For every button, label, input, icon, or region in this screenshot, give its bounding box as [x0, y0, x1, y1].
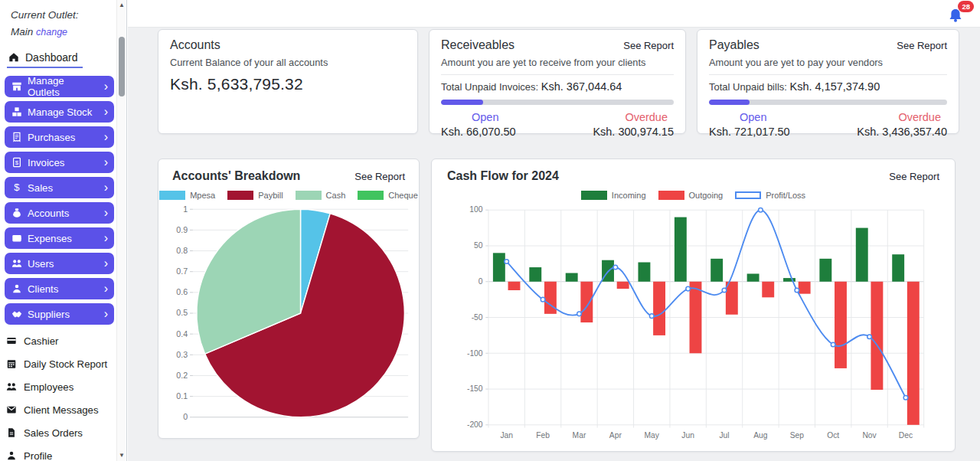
scroll-up-arrow[interactable]: ▲: [117, 0, 126, 11]
sidebar-item-sales-orders[interactable]: Sales Orders: [6, 421, 114, 444]
scroll-down-arrow[interactable]: ▼: [117, 450, 126, 461]
chevron-right-icon: ›: [104, 131, 108, 143]
svg-text:Oct: Oct: [827, 431, 839, 440]
receivables-card-title: Receiveables: [441, 38, 514, 52]
sidebar: Current Outlet: Main change Dashboard Ma…: [0, 0, 127, 461]
sidebar-item-client-messages[interactable]: Client Messages: [6, 398, 114, 421]
dashboard-content: Accounts Current Balance of your all acc…: [128, 28, 980, 452]
sidebar-item-profile[interactable]: Profile: [6, 444, 114, 461]
svg-text:Sep: Sep: [790, 431, 805, 440]
svg-text:-100: -100: [467, 349, 483, 358]
legend-item-profit-loss[interactable]: Profit/Loss: [735, 191, 805, 200]
home-icon: [8, 52, 20, 64]
sidebar-item-employees[interactable]: Employees: [6, 375, 114, 398]
person-icon: [6, 450, 18, 461]
legend-label: Outgoing: [689, 191, 724, 200]
outlet-name: Main: [11, 26, 33, 38]
legend-item-cash[interactable]: Cash: [296, 191, 346, 200]
sidebar-item-label: Client Messages: [24, 404, 98, 416]
receivables-overdue-value: Ksh. 300,974.15: [593, 126, 674, 138]
sidebar-item-label: Manage Outlets: [28, 75, 99, 98]
sidebar-item-invoices[interactable]: $ Invoices ›: [5, 152, 114, 173]
breakdown-see-report-link[interactable]: See Report: [354, 171, 405, 182]
svg-text:0: 0: [479, 277, 483, 286]
payables-total-value: Ksh. 4,157,374.90: [790, 80, 880, 93]
money-bag-icon: [11, 208, 22, 218]
receivables-open-label: Open: [441, 111, 498, 123]
svg-text:0.9: 0.9: [176, 225, 188, 234]
payables-progress-bar: [709, 100, 947, 105]
svg-text:$: $: [14, 182, 20, 193]
svg-text:Dec: Dec: [899, 431, 913, 440]
payables-overdue-label: Overdue: [898, 111, 947, 123]
accounts-card: Accounts Current Balance of your all acc…: [158, 29, 418, 134]
sidebar-item-accounts[interactable]: Accounts ›: [5, 202, 114, 224]
accounts-breakdown-card: Accounts' Breakdown See Report MpesaPayb…: [158, 159, 420, 439]
notifications-button[interactable]: 28: [948, 4, 968, 24]
receivables-see-report-link[interactable]: See Report: [623, 40, 674, 51]
sidebar-item-label: Accounts: [28, 208, 69, 219]
sidebar-item-label: Profile: [24, 450, 52, 461]
chevron-right-icon: ›: [104, 207, 108, 219]
cash-flow-title: Cash Flow for 2024: [447, 169, 559, 183]
chevron-right-icon: ›: [104, 156, 108, 168]
legend-swatch: [227, 191, 253, 200]
legend-label: Profit/Loss: [766, 191, 805, 200]
receivables-overdue-label: Overdue: [625, 111, 674, 123]
chevron-right-icon: ›: [104, 106, 108, 118]
sidebar-item-dashboard[interactable]: Dashboard: [7, 51, 83, 68]
users-icon: [11, 258, 22, 269]
sidebar-item-suppliers[interactable]: Suppliers ›: [5, 303, 114, 325]
boxes-icon: [11, 106, 22, 117]
sidebar-item-label: Purchases: [28, 132, 75, 143]
chevron-right-icon: ›: [104, 308, 108, 320]
svg-text:0.7: 0.7: [176, 266, 188, 276]
receivables-card: Receiveables See Report Amount you are y…: [429, 29, 686, 134]
sidebar-item-users[interactable]: Users ›: [5, 253, 114, 274]
sidebar-item-sales[interactable]: $ Sales ›: [5, 177, 114, 198]
sidebar-item-daily-stock-report[interactable]: Daily Stock Report: [6, 352, 114, 375]
sidebar-item-label: Manage Stock: [28, 106, 92, 118]
legend-swatch: [296, 191, 322, 200]
sidebar-item-manage-outlets[interactable]: Manage Outlets ›: [5, 76, 114, 97]
receivables-open-value: Ksh. 66,070.50: [441, 126, 516, 138]
current-outlet-block: Current Outlet: Main change: [11, 9, 114, 38]
scrollbar-thumb[interactable]: [119, 37, 125, 96]
svg-text:-50: -50: [472, 313, 483, 322]
accounts-balance: Ksh. 5,633,795.32: [170, 75, 406, 93]
legend-item-cheque[interactable]: Cheque: [358, 191, 418, 200]
svg-text:0: 0: [183, 412, 188, 421]
legend-item-incoming[interactable]: Incoming: [581, 191, 646, 200]
wallet-icon: [11, 233, 22, 244]
sidebar-item-label: Suppliers: [28, 309, 70, 320]
notification-badge: 28: [958, 1, 974, 12]
cash-flow-see-report-link[interactable]: See Report: [889, 171, 939, 182]
chevron-right-icon: ›: [104, 80, 108, 93]
sidebar-item-manage-stock[interactable]: Manage Stock ›: [5, 101, 114, 123]
credit-card-icon: [6, 335, 18, 347]
payables-card-subtitle: Amount you are yet to pay your vendors: [709, 57, 947, 68]
legend-label: Mpesa: [190, 191, 215, 200]
document-icon: [6, 427, 18, 439]
dollar-icon: $: [11, 182, 22, 193]
svg-text:0.3: 0.3: [176, 350, 188, 359]
sidebar-item-expenses[interactable]: Expenses ›: [5, 227, 114, 249]
change-outlet-link[interactable]: change: [36, 27, 67, 38]
sidebar-item-cashier[interactable]: Cashier: [6, 329, 114, 352]
sidebar-scrollbar[interactable]: ▲ ▼: [116, 0, 126, 461]
calendar-icon: [6, 358, 18, 370]
payables-overdue-value: Ksh. 3,436,357.40: [857, 126, 947, 138]
svg-text:Nov: Nov: [862, 431, 877, 440]
sidebar-item-label: Sales: [28, 182, 53, 194]
legend-item-mpesa[interactable]: Mpesa: [159, 191, 215, 200]
svg-text:$: $: [15, 159, 19, 166]
sidebar-item-label: Daily Stock Report: [24, 358, 107, 370]
svg-text:0.1: 0.1: [176, 391, 188, 401]
legend-item-paybill[interactable]: Paybill: [227, 191, 283, 200]
envelope-icon: [6, 404, 18, 416]
sidebar-item-purchases[interactable]: Purchases ›: [5, 126, 114, 148]
sidebar-item-clients[interactable]: Clients ›: [5, 278, 114, 299]
payables-see-report-link[interactable]: See Report: [897, 40, 947, 51]
legend-item-outgoing[interactable]: Outgoing: [658, 191, 724, 200]
legend-swatch: [159, 191, 185, 200]
